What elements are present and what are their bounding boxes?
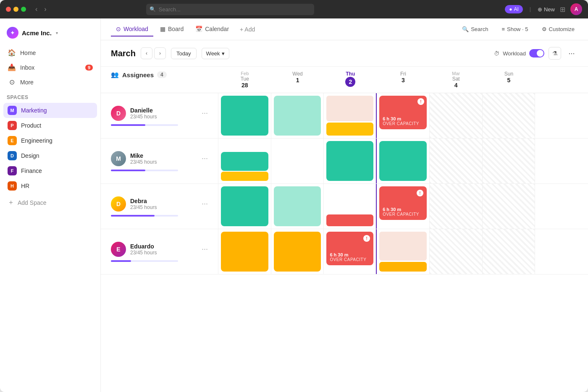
marketing-label: Marketing	[21, 107, 47, 114]
col-3-num: 3	[377, 77, 430, 84]
debra-progress-fill	[111, 215, 155, 217]
danielle-avatar: D	[111, 106, 126, 121]
customize-toolbar-button[interactable]: ⚙ Customize	[538, 24, 578, 34]
product-label: Product	[21, 122, 41, 129]
sidebar-item-finance[interactable]: F Finance	[3, 163, 97, 178]
col-wed-label: Wed	[271, 71, 324, 77]
debra-more-button[interactable]: ···	[202, 199, 208, 208]
today-button[interactable]: Today	[171, 48, 197, 59]
minimize-dot[interactable]	[13, 7, 18, 12]
maximize-dot[interactable]	[21, 7, 26, 12]
new-button[interactable]: ⊕ New	[538, 6, 555, 13]
add-space-button[interactable]: ＋ Add Space	[3, 195, 97, 210]
eduardo-hours: 23/45 hours	[130, 250, 157, 256]
debra-avatar: D	[111, 196, 126, 212]
eduardo-progress-bg	[111, 260, 178, 262]
board-tab-icon: ▦	[160, 26, 165, 32]
next-arrow-button[interactable]: ›	[154, 47, 166, 59]
sidebar-item-home[interactable]: 🏠 Home	[3, 45, 97, 60]
debra-day-wed	[271, 184, 324, 229]
tab-board[interactable]: ▦ Board	[155, 22, 189, 37]
week-select[interactable]: Week ▾	[202, 48, 229, 59]
debra-day-tue	[218, 184, 271, 229]
titlebar: ‹ › 🔍 ● AI | ⊕ New ⊞ A	[0, 0, 588, 18]
debra-hours: 23/45 hours	[130, 204, 157, 210]
mike-more-button[interactable]: ···	[202, 154, 208, 163]
mike-day-thu	[324, 139, 377, 183]
workload-toggle-label-text: Workload	[503, 50, 526, 57]
sidebar-item-design[interactable]: D Design	[3, 148, 97, 163]
mike-name: Mike	[130, 152, 157, 159]
add-space-label: Add Space	[18, 199, 47, 206]
sidebar-item-marketing[interactable]: M Marketing	[3, 103, 97, 118]
product-dot: P	[8, 121, 17, 130]
debra-capacity-label: 6 h 30 m	[383, 207, 423, 212]
forward-button[interactable]: ›	[42, 5, 49, 14]
col-1-num: 1	[271, 77, 324, 84]
eduardo-over-capacity: OVER CAPACITY	[330, 257, 370, 262]
more-options-button[interactable]: ···	[565, 47, 578, 60]
col-2-num: 2	[345, 77, 355, 87]
col-header-wed1: Wed 1	[271, 67, 324, 93]
home-icon: 🏠	[8, 49, 16, 57]
prev-arrow-button[interactable]: ‹	[141, 47, 152, 59]
design-dot: D	[8, 151, 17, 160]
mike-day-sun	[483, 139, 536, 183]
eduardo-day-sat	[430, 229, 483, 274]
logo-icon: ✦	[7, 27, 18, 39]
workload-icon: ⏱	[494, 50, 499, 57]
filter-button[interactable]: ⚗	[549, 47, 561, 60]
danielle-more-button[interactable]: ···	[202, 109, 208, 118]
mike-block-tue-orange	[221, 172, 268, 181]
search-bar[interactable]: 🔍	[146, 4, 314, 15]
tab-workload[interactable]: ⊙ Workload	[111, 22, 153, 37]
col-header-thu2: Thu 2	[324, 67, 377, 93]
show-toolbar-button[interactable]: ≡ Show · 5	[498, 24, 531, 34]
customize-label: Customize	[549, 26, 575, 32]
col-thu-label: Thu	[324, 71, 377, 77]
logo-name: Acme Inc.	[22, 29, 52, 37]
sidebar-item-inbox[interactable]: 📥 Inbox 9	[3, 60, 97, 75]
sidebar-item-more[interactable]: ⊙ More	[3, 75, 97, 89]
search-input[interactable]	[146, 4, 314, 15]
search-toolbar-button[interactable]: 🔍 Search	[459, 24, 491, 34]
logo-star: ✦	[10, 29, 15, 36]
add-tab-button[interactable]: + Add	[236, 24, 259, 35]
engineering-label: Engineering	[21, 137, 52, 144]
debra-extra	[535, 184, 588, 229]
workload-toggle[interactable]	[529, 49, 544, 57]
col-28-num: 28	[218, 82, 271, 89]
danielle-block-orange	[326, 123, 373, 136]
danielle-day-wed	[271, 93, 324, 138]
close-dot[interactable]	[6, 7, 11, 12]
debra-day-thu	[324, 184, 377, 229]
debra-text: Debra 23/45 hours	[130, 198, 157, 210]
sidebar-logo[interactable]: ✦ Acme Inc. ▾	[0, 24, 100, 45]
week-chevron-icon: ▾	[222, 50, 225, 57]
ai-icon: ●	[509, 6, 512, 12]
danielle-name: Danielle	[130, 107, 157, 114]
back-button[interactable]: ‹	[33, 5, 40, 14]
ai-badge[interactable]: ● AI	[505, 5, 523, 13]
finance-label: Finance	[21, 167, 42, 174]
eduardo-progress-fill	[111, 260, 131, 262]
eduardo-block-fri-beige	[379, 232, 427, 261]
sidebar-item-engineering[interactable]: E Engineering	[3, 133, 97, 148]
mike-day-wed	[271, 139, 324, 183]
eduardo-block-tue	[221, 232, 268, 272]
tab-calendar[interactable]: 📅 Calendar	[190, 22, 234, 37]
grid-icon[interactable]: ⊞	[560, 5, 565, 13]
mike-block-thu	[326, 141, 373, 181]
debra-progress-bg	[111, 215, 178, 217]
mike-block-tue-green	[221, 152, 268, 171]
sidebar-item-hr[interactable]: H HR	[3, 178, 97, 193]
add-space-icon: ＋	[8, 198, 14, 207]
eduardo-more-button[interactable]: ···	[202, 245, 208, 253]
add-tab-label: + Add	[240, 26, 255, 33]
user-avatar[interactable]: A	[570, 3, 582, 15]
assignees-header-cell: 👥 Assignees 4	[101, 67, 218, 93]
sidebar-item-product[interactable]: P Product	[3, 118, 97, 133]
workload-area: March ‹ › Today Week ▾ ⏱ Workload	[101, 40, 588, 392]
eduardo-block-fri-orange	[379, 262, 427, 272]
eduardo-avatar: E	[111, 242, 126, 257]
